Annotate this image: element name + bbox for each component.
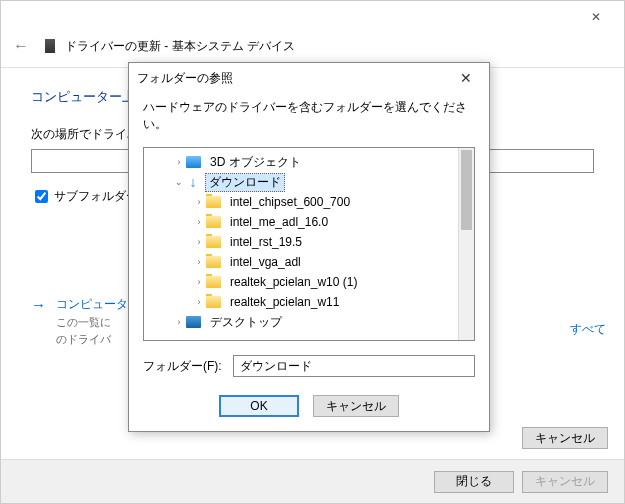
folder-field-input[interactable] — [233, 355, 475, 377]
chevron-down-icon[interactable]: ⌄ — [172, 177, 186, 187]
desktop-icon — [186, 316, 201, 328]
tree-item[interactable]: ⌄↓ダウンロード — [144, 172, 474, 192]
search-sub2: のドライバ — [56, 332, 128, 347]
tree-item-label: realtek_pcielan_w10 (1) — [226, 274, 361, 290]
tree-item-label: intel_me_adl_16.0 — [226, 214, 332, 230]
search-link-text: コンピュータ — [56, 296, 128, 313]
folder-icon — [206, 276, 221, 288]
tree-item[interactable]: ›intel_chipset_600_700 — [144, 192, 474, 212]
chevron-right-icon[interactable]: › — [172, 157, 186, 167]
tree-item[interactable]: ›realtek_pcielan_w11 — [144, 292, 474, 312]
folder-field-label: フォルダー(F): — [143, 358, 233, 375]
chevron-right-icon[interactable]: › — [192, 297, 206, 307]
arrow-right-icon: → — [31, 296, 46, 313]
parent-title: ドライバーの更新 - 基本システム デバイス — [65, 38, 295, 55]
all-link[interactable]: すべて — [570, 321, 606, 338]
chevron-right-icon[interactable]: › — [192, 237, 206, 247]
tree-item[interactable]: ›intel_vga_adl — [144, 252, 474, 272]
modal-instruction: ハードウェアのドライバーを含むフォルダーを選んでください。 — [143, 99, 475, 133]
chevron-right-icon[interactable]: › — [192, 197, 206, 207]
parent-close-button[interactable]: ✕ — [576, 10, 616, 24]
folder-icon — [206, 256, 221, 268]
browse-folder-dialog: フォルダーの参照 ✕ ハードウェアのドライバーを含むフォルダーを選んでください。… — [128, 62, 490, 432]
search-sub1: この一覧に — [56, 315, 128, 330]
tree-item-label: intel_rst_19.5 — [226, 234, 306, 250]
modal-titlebar: フォルダーの参照 ✕ — [129, 63, 489, 93]
tree-item-label: intel_vga_adl — [226, 254, 305, 270]
tree-item[interactable]: ›デスクトップ — [144, 312, 474, 332]
bottom-cancel-button: キャンセル — [522, 471, 608, 493]
chevron-right-icon[interactable]: › — [172, 317, 186, 327]
bottom-close-button[interactable]: 閉じる — [434, 471, 514, 493]
parent-cancel-button[interactable]: キャンセル — [522, 427, 608, 449]
chevron-right-icon[interactable]: › — [192, 217, 206, 227]
modal-title: フォルダーの参照 — [137, 70, 233, 87]
back-arrow-icon[interactable]: ← — [13, 37, 29, 55]
tree-scrollbar[interactable] — [458, 148, 474, 340]
tree-item-label: intel_chipset_600_700 — [226, 194, 354, 210]
ok-button[interactable]: OK — [219, 395, 299, 417]
tree-item[interactable]: ›intel_rst_19.5 — [144, 232, 474, 252]
folder-icon — [206, 196, 221, 208]
folder-icon — [206, 216, 221, 228]
folder-icon — [206, 296, 221, 308]
modal-close-button[interactable]: ✕ — [451, 70, 481, 86]
download-icon: ↓ — [186, 175, 200, 189]
modal-cancel-button[interactable]: キャンセル — [313, 395, 399, 417]
tree-item[interactable]: ›intel_me_adl_16.0 — [144, 212, 474, 232]
tree-scrollbar-thumb[interactable] — [461, 150, 472, 230]
3d-objects-icon — [186, 156, 201, 168]
tree-item-label: ダウンロード — [205, 173, 285, 192]
chevron-right-icon[interactable]: › — [192, 257, 206, 267]
tree-item-label: デスクトップ — [206, 313, 286, 332]
subfolders-checkbox[interactable] — [35, 190, 48, 203]
tree-item-label: realtek_pcielan_w11 — [226, 294, 343, 310]
bottom-bar: 閉じる キャンセル — [1, 459, 624, 503]
device-icon — [45, 39, 55, 53]
parent-titlebar: ✕ — [1, 1, 624, 33]
folder-tree[interactable]: ›3D オブジェクト⌄↓ダウンロード›intel_chipset_600_700… — [143, 147, 475, 341]
tree-item-label: 3D オブジェクト — [206, 153, 305, 172]
tree-item[interactable]: ›3D オブジェクト — [144, 152, 474, 172]
tree-item[interactable]: ›realtek_pcielan_w10 (1) — [144, 272, 474, 292]
chevron-right-icon[interactable]: › — [192, 277, 206, 287]
folder-icon — [206, 236, 221, 248]
